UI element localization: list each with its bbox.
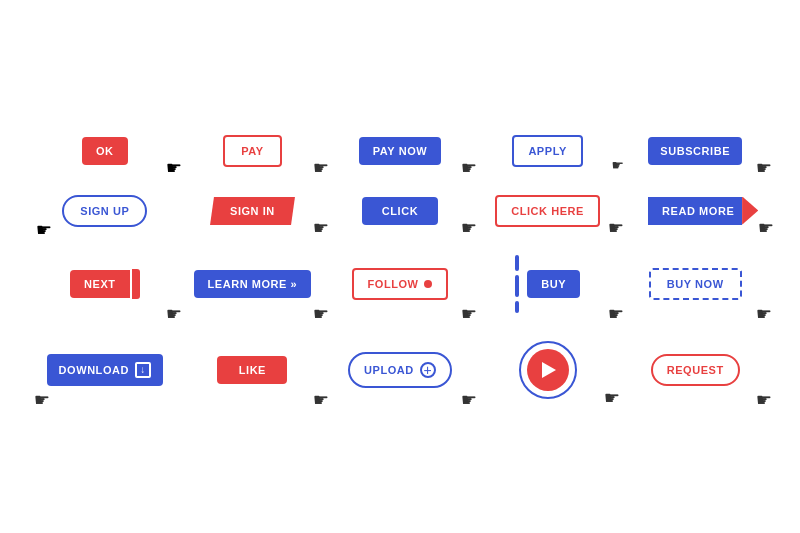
btn-cell-follow: FOLLOW ☚ <box>335 255 465 313</box>
sign-up-button[interactable]: SIGN UP <box>62 195 147 227</box>
cursor-follow: ☚ <box>455 303 477 325</box>
ok-button[interactable]: OK <box>82 137 128 165</box>
upload-plus-icon: + <box>420 362 436 378</box>
cursor-request: ☚ <box>750 389 772 411</box>
btn-cell-click-here: CLICK HERE ☚ <box>483 195 613 227</box>
cursor-sign-in: ☚ <box>307 217 329 239</box>
cursor-buy-now: ☚ <box>750 303 772 325</box>
play-triangle-icon <box>542 362 556 378</box>
pay-button[interactable]: PAY <box>223 135 281 167</box>
click-button[interactable]: CLICK <box>362 197 438 225</box>
next-wrapper: NEXT <box>70 269 140 299</box>
like-button[interactable]: LIKE <box>217 356 287 384</box>
btn-cell-upload: UPLOAD + ☚ <box>335 341 465 399</box>
cursor-apply: ☚ <box>602 157 624 179</box>
play-outer-ring <box>519 341 577 399</box>
btn-cell-request: REQUEST ☚ <box>630 341 760 399</box>
upload-button[interactable]: UPLOAD + <box>348 352 452 388</box>
cursor-learn-more: ☚ <box>307 303 329 325</box>
button-grid: OK ☚ PAY ☚ PAY NOW ☚ APPLY ☚ SUBSCRIBE ☚… <box>0 105 800 429</box>
next-button[interactable]: NEXT <box>70 270 130 298</box>
btn-cell-read-more: READ MORE ☚ <box>630 195 760 227</box>
request-button[interactable]: REQUEST <box>651 354 740 386</box>
follow-button[interactable]: FOLLOW <box>352 268 449 300</box>
btn-cell-play: ☚ <box>483 341 613 399</box>
btn-cell-sign-in: SIGN IN ☚ <box>188 195 318 227</box>
cursor-read-more: ☚ <box>752 217 774 239</box>
buy-wrapper: BUY <box>515 255 580 313</box>
play-wrapper <box>519 341 577 399</box>
cursor-buy: ☚ <box>602 303 624 325</box>
cursor-pay: ☚ <box>307 157 329 179</box>
btn-cell-buy: BUY ☚ <box>483 255 613 313</box>
btn-cell-click: CLICK ☚ <box>335 195 465 227</box>
learn-more-button[interactable]: LEARN MORE » <box>194 270 312 298</box>
btn-cell-subscribe: SUBSCRIBE ☚ <box>630 135 760 167</box>
download-icon: ↓ <box>135 362 151 378</box>
btn-cell-pay-now: PAY NOW ☚ <box>335 135 465 167</box>
follow-dot <box>424 280 432 288</box>
download-button[interactable]: DOWNLOAD ↓ <box>47 354 163 386</box>
btn-cell-next: NEXT ☚ <box>40 255 170 313</box>
cursor-play: ☚ <box>598 387 620 409</box>
pay-now-button[interactable]: PAY NOW <box>359 137 441 165</box>
btn-cell-pay: PAY ☚ <box>188 135 318 167</box>
btn-cell-sign-up: SIGN UP ☚ <box>40 195 170 227</box>
cursor-like: ☚ <box>307 389 329 411</box>
cursor-ok: ☚ <box>160 157 182 179</box>
read-more-button[interactable]: READ MORE <box>648 197 742 225</box>
buy-now-button[interactable]: BUY NOW <box>649 268 742 300</box>
buy-button[interactable]: BUY <box>527 270 580 298</box>
cursor-click: ☚ <box>455 217 477 239</box>
cursor-pay-now: ☚ <box>455 157 477 179</box>
cursor-click-here: ☚ <box>602 217 624 239</box>
btn-cell-buy-now: BUY NOW ☚ <box>630 255 760 313</box>
cursor-sign-up: ☚ <box>30 219 52 241</box>
btn-cell-learn-more: LEARN MORE » ☚ <box>188 255 318 313</box>
play-inner-circle[interactable] <box>527 349 569 391</box>
btn-cell-download: DOWNLOAD ↓ ☚ <box>40 341 170 399</box>
cursor-download: ☚ <box>28 389 50 411</box>
click-here-button[interactable]: CLICK HERE <box>495 195 600 227</box>
cursor-next: ☚ <box>160 303 182 325</box>
btn-cell-like: LIKE ☚ <box>188 341 318 399</box>
subscribe-button[interactable]: SUBSCRIBE <box>648 137 742 165</box>
btn-cell-apply: APPLY ☚ <box>483 135 613 167</box>
cursor-upload: ☚ <box>455 389 477 411</box>
cursor-subscribe: ☚ <box>750 157 772 179</box>
buy-lines <box>515 255 519 313</box>
apply-button[interactable]: APPLY <box>512 135 582 167</box>
btn-cell-ok: OK ☚ <box>40 135 170 167</box>
sign-in-button[interactable]: SIGN IN <box>210 197 295 225</box>
